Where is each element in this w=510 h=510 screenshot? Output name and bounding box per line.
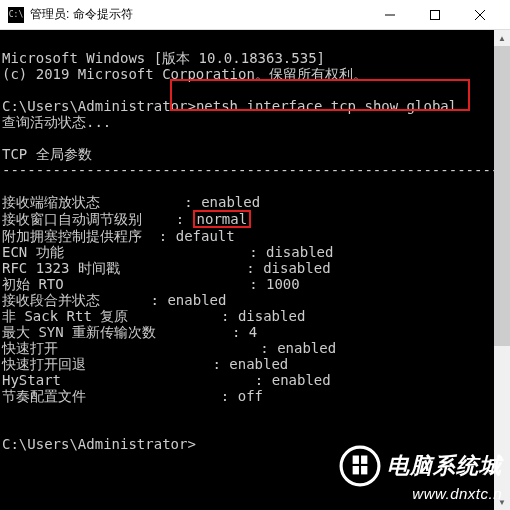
prompt-path: C:\Users\Administrator> — [2, 98, 196, 114]
param-label: HyStart : — [2, 372, 272, 388]
prompt-path: C:\Users\Administrator> — [2, 436, 196, 452]
watermark-url: www.dnxtc.n — [339, 485, 502, 502]
param-value: disabled — [266, 244, 333, 260]
param-value: enabled — [229, 356, 288, 372]
param-label: ECN 功能 : — [2, 244, 266, 260]
scroll-up-button[interactable]: ▲ — [494, 30, 510, 46]
watermark: 电脑系统城 www.dnxtc.n — [339, 445, 502, 502]
param-value: disabled — [263, 260, 330, 276]
param-label: 非 Sack Rtt 复原 : — [2, 308, 238, 324]
cmd-window: C:\ 管理员: 命令提示符 Microsoft Windows [版本 10.… — [0, 0, 510, 510]
param-value-highlighted: normal — [193, 210, 252, 228]
vertical-scrollbar[interactable]: ▲ ▼ — [494, 30, 510, 510]
param-value: enabled — [272, 372, 331, 388]
svg-rect-1 — [430, 10, 439, 19]
command-highlight-box — [170, 79, 470, 111]
param-value: enabled — [277, 340, 336, 356]
param-label: 接收端缩放状态 : — [2, 194, 201, 210]
window-title: 管理员: 命令提示符 — [30, 6, 133, 23]
close-button[interactable] — [457, 0, 502, 30]
param-label: 快速打开回退 : — [2, 356, 229, 372]
svg-rect-7 — [353, 466, 359, 474]
svg-rect-6 — [361, 456, 367, 464]
console-line: 查询活动状态... — [2, 114, 111, 130]
param-value: 1000 — [266, 276, 300, 292]
param-label: 快速打开 : — [2, 340, 277, 356]
minimize-button[interactable] — [367, 0, 412, 30]
param-label: RFC 1323 时间戳 : — [2, 260, 263, 276]
svg-rect-8 — [361, 466, 367, 474]
param-label: 附加拥塞控制提供程序 : — [2, 228, 176, 244]
console-line: Microsoft Windows [版本 10.0.18363.535] — [2, 50, 325, 66]
svg-point-4 — [341, 447, 379, 485]
scrollbar-thumb[interactable] — [494, 46, 510, 346]
svg-rect-5 — [353, 456, 359, 464]
console-area[interactable]: Microsoft Windows [版本 10.0.18363.535] (c… — [0, 30, 510, 510]
watermark-logo-icon — [339, 445, 381, 487]
param-label: 接收段合并状态 : — [2, 292, 167, 308]
param-value: enabled — [201, 194, 260, 210]
cmd-icon: C:\ — [8, 7, 24, 23]
param-value: enabled — [167, 292, 226, 308]
divider-line: ----------------------------------------… — [2, 162, 494, 178]
section-header: TCP 全局参数 — [2, 146, 92, 162]
window-controls — [367, 0, 502, 30]
param-value: disabled — [238, 308, 305, 324]
param-value: 4 — [249, 324, 257, 340]
watermark-title: 电脑系统城 — [387, 451, 502, 481]
param-label: 最大 SYN 重新传输次数 : — [2, 324, 249, 340]
param-value: off — [238, 388, 263, 404]
param-label: 接收窗口自动调节级别 : — [2, 211, 193, 227]
param-value: default — [176, 228, 235, 244]
maximize-button[interactable] — [412, 0, 457, 30]
param-label: 节奏配置文件 : — [2, 388, 238, 404]
param-label: 初始 RTO : — [2, 276, 266, 292]
titlebar[interactable]: C:\ 管理员: 命令提示符 — [0, 0, 510, 30]
